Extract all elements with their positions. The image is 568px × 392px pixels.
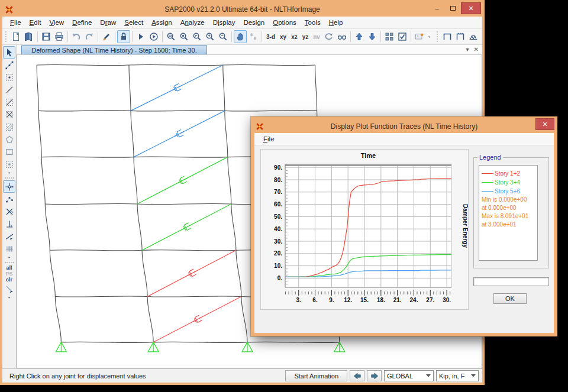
perspective-glasses-button[interactable] [335, 30, 348, 43]
menu-item-options[interactable]: Options [269, 18, 301, 27]
menu-item-file[interactable]: File [6, 18, 25, 27]
menu-item-design[interactable]: Design [239, 18, 269, 27]
quick-draw-area-button[interactable] [3, 158, 15, 170]
units-select[interactable]: Kip, in, F [436, 370, 479, 381]
frame-truss-button[interactable] [467, 30, 480, 43]
step-back-button[interactable] [350, 370, 364, 381]
view-yz-button[interactable]: yz [300, 32, 311, 42]
move-joint-button[interactable] [3, 180, 15, 193]
previous-selection-button[interactable]: PS [5, 271, 12, 277]
menu-item-define[interactable]: Define [68, 18, 96, 27]
draw-poly-area-button[interactable] [3, 133, 15, 145]
dialog-titlebar[interactable]: Display Plot Function Traces (NL Time Hi… [254, 120, 554, 133]
dropdown-caret-button[interactable] [3, 255, 15, 260]
snap-lines-button[interactable] [3, 230, 15, 242]
svg-text:90.: 90. [274, 164, 282, 171]
snap-endpoints-button[interactable] [3, 193, 15, 205]
shrink-objects-button[interactable] [383, 30, 396, 43]
view-dropdown-icon[interactable]: ▾ [466, 46, 469, 53]
menu-item-view[interactable]: View [45, 18, 68, 27]
svg-text:40.: 40. [274, 226, 282, 232]
close-button[interactable]: ✕ [461, 2, 481, 14]
view-tabstrip: Deformed Shape (NL Time History) - Step … [17, 45, 482, 55]
view-xy-button[interactable]: xy [277, 32, 289, 42]
coordinate-system-select[interactable]: GLOBAL [384, 370, 434, 381]
lock-button[interactable] [117, 30, 130, 43]
assign-display-button[interactable] [413, 30, 426, 43]
snap-grid-button[interactable] [3, 242, 15, 255]
quick-draw-frame-button[interactable] [3, 96, 15, 108]
redo-button[interactable] [83, 30, 96, 43]
zoom-previous-button[interactable] [191, 30, 204, 43]
zoom-in-button[interactable] [204, 30, 217, 43]
undo-button[interactable] [70, 30, 83, 43]
dropdown-caret-button[interactable] [3, 170, 15, 176]
view-3d-button[interactable]: 3-d [264, 32, 277, 42]
zoom-out-button[interactable] [217, 30, 230, 43]
view-close-icon[interactable]: ✕ [474, 46, 479, 53]
snap-perpendicular-button[interactable] [3, 218, 15, 230]
draw-frame-button[interactable] [3, 83, 15, 96]
run-all-button[interactable] [147, 30, 160, 43]
menu-item-edit[interactable]: Edit [25, 18, 46, 27]
menu-item-help[interactable]: Help [325, 18, 347, 27]
svg-text:60.: 60. [274, 201, 282, 208]
pan-icon [235, 32, 245, 41]
dropdown-caret-button[interactable] [3, 295, 15, 300]
minimize-button[interactable]: – [429, 2, 445, 14]
save-icon [41, 32, 51, 41]
invert-selection-button[interactable] [3, 283, 15, 295]
move-down-list-button[interactable] [366, 30, 379, 43]
new-file-button[interactable] [9, 30, 22, 43]
open-file-button[interactable] [22, 30, 36, 43]
start-animation-button[interactable]: Start Animation [285, 370, 347, 381]
frame-braced-button[interactable] [454, 30, 467, 43]
draw-pencil-button[interactable] [100, 30, 113, 43]
view-xz-button[interactable]: xz [289, 32, 300, 42]
zoom-window-button[interactable] [164, 30, 178, 43]
deformed-shape-tab[interactable]: Deformed Shape (NL Time History) - Step … [21, 45, 207, 54]
dialog-close-button[interactable]: ✕ [535, 118, 554, 130]
quick-draw-secondary-button[interactable] [3, 121, 15, 133]
reshape-object-button[interactable] [3, 59, 15, 71]
svg-text:24.: 24. [410, 297, 418, 303]
view-nv-button[interactable]: nv [311, 32, 322, 42]
menu-item-draw[interactable]: Draw [96, 18, 120, 27]
frame-portal-button[interactable] [441, 30, 454, 43]
svg-text:12.: 12. [344, 297, 352, 303]
quick-draw-braces-button[interactable] [3, 108, 15, 121]
snap-intersections-button[interactable] [3, 205, 15, 218]
walkthrough-button[interactable] [247, 30, 260, 43]
dialog-menu-file[interactable]: File [259, 134, 279, 144]
save-button[interactable] [40, 30, 53, 43]
print-icon [54, 32, 64, 41]
select-pointer-button[interactable] [3, 46, 15, 59]
zoom-full-button[interactable] [178, 30, 191, 43]
run-analysis-button[interactable] [134, 30, 147, 43]
print-button[interactable] [53, 30, 66, 43]
toolbar-drag-handle [437, 31, 439, 42]
rotate-view-button[interactable] [322, 30, 335, 43]
side-toolbar: allPSclr [2, 45, 17, 368]
select-all-button[interactable]: all [6, 265, 12, 271]
draw-joint-button[interactable] [3, 71, 15, 83]
maximize-button[interactable] [445, 2, 461, 14]
svg-text:Damper Energy: Damper Energy [462, 204, 468, 248]
redo-icon [85, 32, 94, 41]
pan-button[interactable] [234, 30, 247, 43]
move-down-list-icon [367, 32, 377, 41]
menu-item-select[interactable]: Select [120, 18, 147, 27]
draw-rect-area-button[interactable] [3, 145, 15, 158]
menu-item-display[interactable]: Display [209, 18, 240, 27]
trace-value-field[interactable] [473, 277, 549, 286]
display-options-button[interactable] [396, 30, 409, 43]
dropdown-caret-button[interactable] [426, 30, 433, 43]
menu-item-analyze[interactable]: Analyze [176, 18, 209, 27]
ok-button[interactable]: OK [493, 293, 527, 304]
main-titlebar[interactable]: SAP2000 v21.2.0 Ultimate 64-bit - NLTHfo… [2, 2, 482, 17]
step-forward-button[interactable] [367, 370, 382, 381]
menu-item-assign[interactable]: Assign [147, 18, 176, 27]
menu-item-tools[interactable]: Tools [301, 18, 325, 27]
clear-selection-button[interactable]: clr [6, 277, 12, 283]
move-up-list-button[interactable] [353, 30, 366, 43]
